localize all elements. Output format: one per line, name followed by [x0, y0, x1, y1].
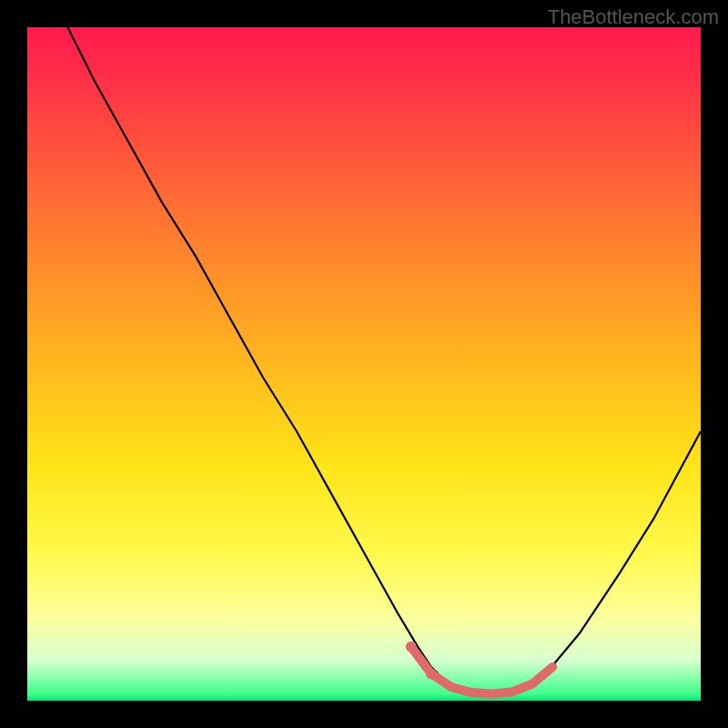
- optimal-range-start-dot: [406, 642, 417, 652]
- chart-svg: [27, 27, 701, 701]
- chart-plot-area: [27, 27, 701, 701]
- bottleneck-curve-line: [67, 27, 701, 694]
- optimal-range-start-dot-b: [426, 668, 437, 679]
- watermark-text: TheBottleneck.com: [548, 5, 719, 29]
